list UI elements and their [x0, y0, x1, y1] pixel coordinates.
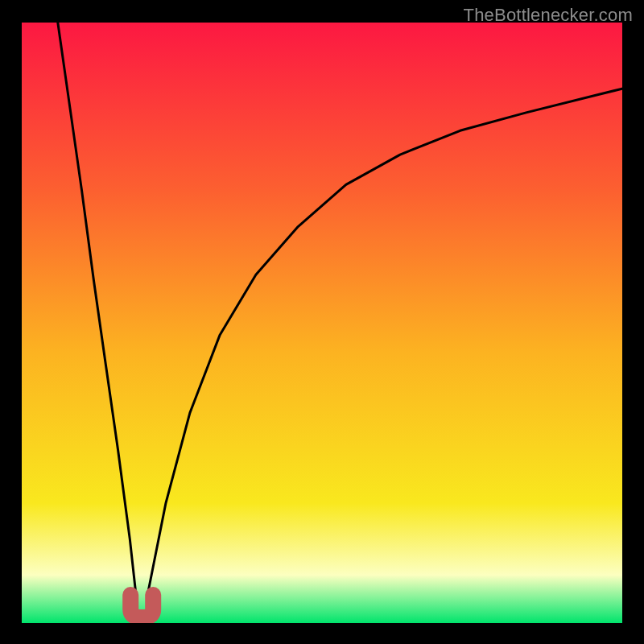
plot-background [22, 23, 622, 623]
chart-stage: TheBottlenecker.com [0, 0, 644, 644]
attribution-text: TheBottlenecker.com [464, 5, 633, 26]
chart-svg [0, 0, 644, 644]
